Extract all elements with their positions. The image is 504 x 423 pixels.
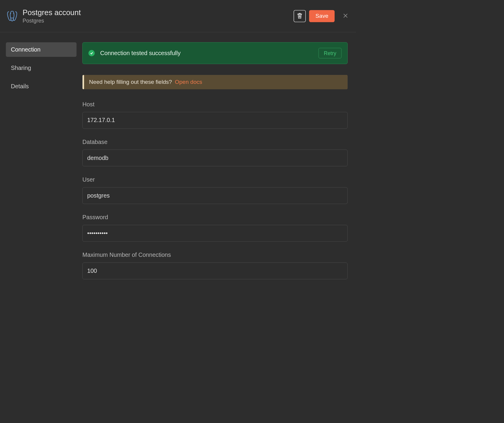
header-titles: Postgres account Postgres	[23, 8, 294, 24]
close-button[interactable]	[341, 11, 351, 21]
retry-button[interactable]: Retry	[319, 48, 341, 58]
sidebar-item-details[interactable]: Details	[6, 79, 77, 94]
header-title: Postgres account	[23, 8, 294, 17]
sidebar: Connection Sharing Details	[0, 42, 82, 289]
password-label: Password	[82, 214, 347, 221]
field-host: Host	[82, 101, 347, 129]
sidebar-item-connection[interactable]: Connection	[6, 42, 77, 57]
field-database: Database	[82, 139, 347, 166]
open-docs-link[interactable]: Open docs	[175, 79, 202, 85]
svg-point-1	[13, 13, 14, 14]
connection-success-banner: Connection tested successfully Retry	[82, 42, 347, 64]
max-connections-input[interactable]	[82, 262, 347, 279]
host-input[interactable]	[82, 112, 347, 129]
help-banner-text: Need help filling out these fields?	[89, 79, 172, 85]
user-label: User	[82, 176, 347, 183]
max-connections-label: Maximum Number of Connections	[82, 252, 347, 259]
database-input[interactable]	[82, 150, 347, 166]
field-user: User	[82, 176, 347, 204]
delete-button[interactable]	[294, 10, 306, 22]
database-label: Database	[82, 139, 347, 145]
success-banner-text: Connection tested successfully	[100, 50, 318, 57]
user-input[interactable]	[82, 187, 347, 204]
field-max-connections: Maximum Number of Connections	[82, 252, 347, 279]
sidebar-item-label: Connection	[11, 46, 41, 53]
page-body: Connection Sharing Details Connection te…	[0, 32, 356, 289]
trash-icon	[297, 12, 302, 19]
header-subtitle: Postgres	[23, 17, 294, 24]
sidebar-item-sharing[interactable]: Sharing	[6, 61, 77, 75]
page-header: Postgres account Postgres Save	[0, 0, 356, 32]
field-password: Password	[82, 214, 347, 241]
close-icon	[343, 13, 348, 19]
svg-point-0	[10, 13, 11, 14]
save-button[interactable]: Save	[309, 10, 335, 22]
check-circle-icon	[89, 50, 95, 56]
header-actions: Save	[294, 10, 351, 22]
host-label: Host	[82, 101, 347, 108]
sidebar-item-label: Details	[11, 83, 29, 89]
main-content: Connection tested successfully Retry Nee…	[82, 42, 356, 289]
password-input[interactable]	[82, 225, 347, 241]
sidebar-item-label: Sharing	[11, 65, 31, 71]
postgres-elephant-icon	[7, 11, 17, 21]
help-banner: Need help filling out these fields? Open…	[82, 75, 347, 89]
